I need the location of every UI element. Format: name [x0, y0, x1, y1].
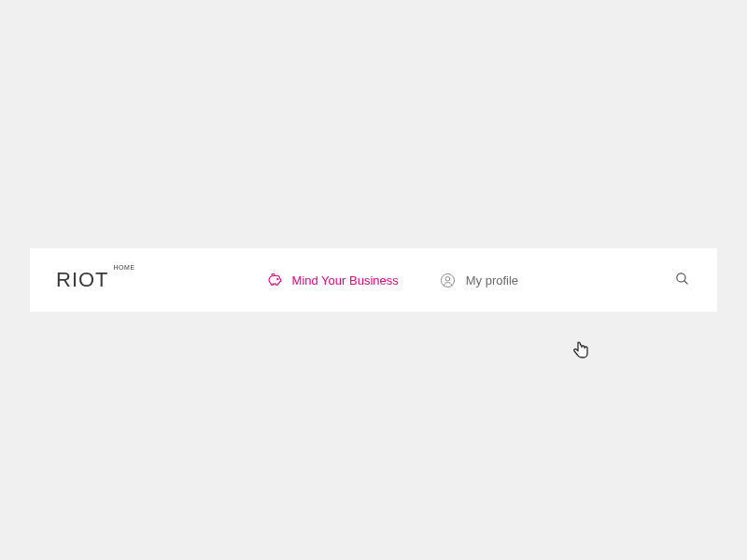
nav-center: Mind Your Business My profile [266, 272, 519, 288]
piggy-bank-icon [266, 272, 283, 288]
search-icon [674, 271, 690, 290]
logo-sup: HOME [114, 264, 135, 271]
svg-line-4 [684, 280, 686, 283]
svg-point-0 [276, 278, 277, 279]
nav-right [672, 271, 691, 289]
search-button[interactable] [672, 271, 691, 289]
cursor-pointer-icon [573, 342, 588, 358]
profile-icon [440, 272, 457, 288]
nav-item-label: My profile [466, 273, 518, 287]
nav-item-mind-your-business[interactable]: Mind Your Business [266, 272, 399, 288]
svg-point-2 [445, 276, 450, 281]
nav-item-label: Mind Your Business [292, 273, 399, 287]
svg-point-1 [442, 273, 455, 287]
logo[interactable]: RIOT HOME [56, 268, 109, 292]
logo-text: RIOT [56, 268, 109, 292]
nav-item-my-profile[interactable]: My profile [440, 272, 518, 288]
navbar: RIOT HOME Mind Your Business My [30, 248, 717, 312]
